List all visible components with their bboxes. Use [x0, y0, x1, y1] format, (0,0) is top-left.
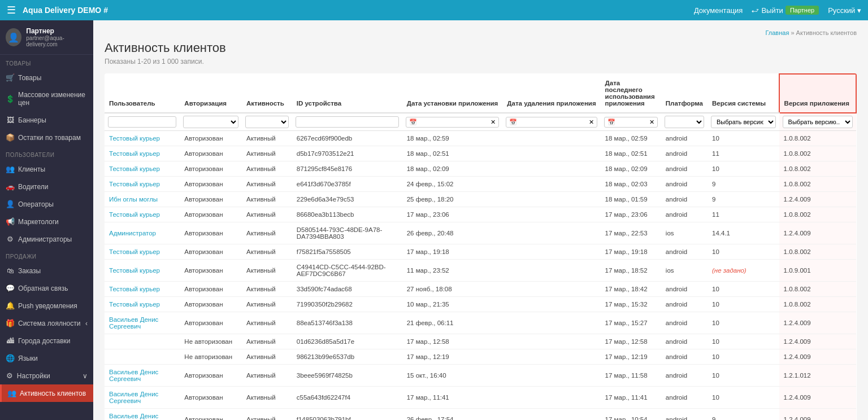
- table-row: Ибн оглы моглыАвторизованАктивный229e6d6…: [105, 192, 856, 207]
- sidebar-item-stock[interactable]: 📦 Остатки по товарам: [0, 129, 93, 146]
- banner-icon: 🖼: [6, 116, 15, 124]
- user-link[interactable]: Тестовый курьер: [109, 248, 160, 255]
- table-wrapper: Пользователь Авторизация Активность ID у…: [105, 73, 857, 420]
- sidebar-item-languages[interactable]: 🌐 Языки: [0, 349, 93, 367]
- user-link[interactable]: Тестовый курьер: [109, 181, 160, 187]
- table-cell: Васильев Денис Сергеевич: [105, 312, 180, 334]
- table-row: Васильев Денис СергеевичАвторизованАктив…: [105, 409, 856, 421]
- sidebar-item-goods[interactable]: 🛒 Товары: [0, 69, 93, 86]
- filter-device-id[interactable]: [292, 113, 402, 131]
- filter-device-input[interactable]: [296, 116, 399, 128]
- filter-activity-select[interactable]: Активный: [245, 116, 289, 128]
- filter-delete-date-btn[interactable]: 📅 ✕: [506, 117, 597, 128]
- table-cell: android: [661, 244, 708, 260]
- sidebar-item-drivers[interactable]: 🚗 Водители: [0, 178, 93, 195]
- user-link[interactable]: Васильев Денис Сергеевич: [109, 413, 158, 420]
- sidebar-item-feedback[interactable]: 💬 Обратная связь: [0, 279, 93, 297]
- table-cell: 25 февр., 18:20: [402, 192, 503, 207]
- user-link[interactable]: Тестовый курьер: [109, 135, 160, 142]
- filter-platform-select[interactable]: androidios: [665, 116, 704, 128]
- user-link[interactable]: Васильев Денис Сергеевич: [109, 391, 158, 404]
- sidebar-item-orders[interactable]: 🛍 Заказы: [0, 262, 93, 279]
- table-cell: Авторизован: [180, 297, 242, 312]
- table-cell: 10 мар., 21:35: [402, 297, 503, 312]
- sidebar-item-banners[interactable]: 🖼 Баннеры: [0, 111, 93, 129]
- sidebar-item-push[interactable]: 🔔 Push уведомления: [0, 297, 93, 314]
- user-link[interactable]: Администратор: [109, 230, 156, 237]
- date-clear-icon2[interactable]: ✕: [589, 119, 594, 126]
- user-link[interactable]: Тестовый курьер: [109, 165, 160, 172]
- filter-last-use-date-btn[interactable]: 📅 ✕: [604, 117, 658, 128]
- user-link[interactable]: Васильев Денис Сергеевич: [109, 369, 158, 382]
- filter-install-date-btn[interactable]: 📅 ✕: [406, 117, 500, 128]
- filter-install-date[interactable]: 📅 ✕: [402, 113, 503, 131]
- table-cell: 986213b99e6537db: [292, 349, 402, 365]
- table-cell: 17 мар., 11:41: [601, 387, 661, 409]
- table-row: Васильев Денис СергеевичАвторизованАктив…: [105, 312, 856, 334]
- user-link[interactable]: Васильев Денис Сергеевич: [109, 316, 158, 330]
- table-cell: Васильев Денис Сергеевич: [105, 365, 180, 387]
- sidebar-item-marketers[interactable]: 📢 Маркетологи: [0, 213, 93, 230]
- table-cell: 17 мар., 22:53: [601, 222, 661, 244]
- sidebar-item-label: Операторы: [18, 200, 54, 208]
- exit-link[interactable]: ⮐ Выйти Партнер: [752, 6, 819, 15]
- filter-last-use-date[interactable]: 📅 ✕: [601, 113, 661, 131]
- filter-os-version-select[interactable]: Выбрать версию...: [711, 116, 776, 128]
- table-cell: 17 мар., 15:27: [601, 312, 661, 334]
- sidebar-item-price-change[interactable]: 💲 Массовое изменение цен: [0, 86, 93, 111]
- sidebar-item-operators[interactable]: 👤 Операторы: [0, 195, 93, 213]
- table-cell: Активный: [242, 161, 292, 177]
- table-cell: 1.2.4.009: [779, 349, 856, 365]
- filter-auth-select[interactable]: АвторизованНе авторизован: [183, 116, 238, 128]
- table-cell: Администратор: [105, 222, 180, 244]
- docs-link[interactable]: Документация: [694, 6, 743, 15]
- filter-platform[interactable]: androidios: [661, 113, 708, 131]
- table-cell: Авторизован: [180, 207, 242, 222]
- chevron-down-icon: ∨: [83, 372, 88, 380]
- filter-app-version-select[interactable]: Выбрать версию...: [783, 116, 853, 128]
- table-cell: 3beee5969f74825b: [292, 365, 402, 387]
- sidebar-item-cities[interactable]: 🏙 Города доставки: [0, 332, 93, 349]
- table-cell: [502, 282, 600, 297]
- user-link[interactable]: Тестовый курьер: [109, 301, 160, 308]
- sidebar-item-settings[interactable]: ⚙ Настройки ∨: [0, 367, 93, 384]
- filter-app-version[interactable]: Выбрать версию...: [779, 113, 856, 131]
- table-cell: 1.2.4.009: [779, 222, 856, 244]
- sidebar-item-client-activity[interactable]: 👥 Активность клиентов: [0, 384, 93, 402]
- filter-user[interactable]: [105, 113, 180, 131]
- filter-user-input[interactable]: [108, 116, 176, 128]
- table-cell: 18 мар., 02:03: [601, 177, 661, 192]
- table-cell: 17 мар., 19:18: [601, 244, 661, 260]
- price-icon: 💲: [6, 95, 15, 103]
- user-link[interactable]: Тестовый курьер: [109, 286, 160, 292]
- calendar-icon2: 📅: [509, 119, 517, 126]
- date-clear-icon3[interactable]: ✕: [649, 119, 654, 126]
- table-cell: 1.0.8.002: [779, 207, 856, 222]
- sidebar-item-admins[interactable]: ⚙ Администраторы: [0, 230, 93, 248]
- filter-activity[interactable]: Активный: [242, 113, 292, 131]
- language-selector[interactable]: Русский ▾: [828, 6, 861, 15]
- table-cell: 17 мар., 11:41: [402, 387, 503, 409]
- filter-delete-date[interactable]: 📅 ✕: [502, 113, 600, 131]
- filter-os-version[interactable]: Выбрать версию...: [708, 113, 779, 131]
- sidebar-item-clients[interactable]: 👥 Клиенты: [0, 160, 93, 178]
- user-link[interactable]: Тестовый курьер: [109, 211, 160, 218]
- table-cell: 10: [708, 387, 779, 409]
- user-link[interactable]: Тестовый курьер: [109, 267, 160, 274]
- table-cell: 88ea513746f3a138: [292, 312, 402, 334]
- breadcrumb: Главная » Активность клиентов: [105, 29, 857, 36]
- push-icon: 🔔: [6, 301, 15, 310]
- user-link[interactable]: Ибн оглы моглы: [109, 196, 158, 203]
- date-clear-icon[interactable]: ✕: [491, 119, 496, 126]
- table-cell: Тестовый курьер: [105, 131, 180, 146]
- table-cell: Ибн оглы моглы: [105, 192, 180, 207]
- filter-auth[interactable]: АвторизованНе авторизован: [180, 113, 242, 131]
- user-link[interactable]: Тестовый курьер: [109, 150, 160, 157]
- col-header-platform: Платформа: [661, 74, 708, 113]
- breadcrumb-home[interactable]: Главная: [765, 29, 789, 36]
- hamburger-icon[interactable]: ☰: [7, 4, 16, 16]
- table-cell: 26 февр., 17:54: [402, 409, 503, 421]
- breadcrumb-current: Активность клиентов: [796, 29, 857, 36]
- sidebar-item-loyalty[interactable]: 🎁 Система лоялности ‹: [0, 314, 93, 332]
- activity-icon: 👥: [7, 389, 16, 397]
